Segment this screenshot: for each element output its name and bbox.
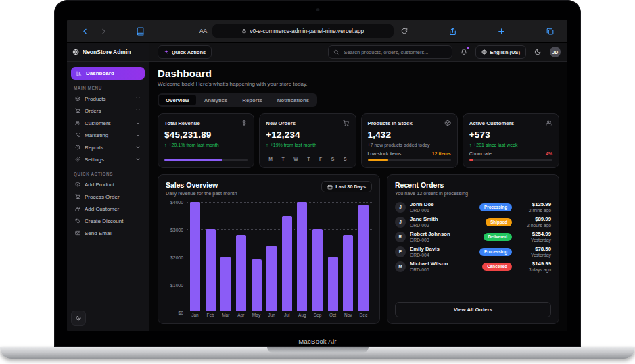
tab-reports[interactable]: Reports bbox=[235, 95, 268, 105]
sidebar-item-products[interactable]: Products bbox=[71, 93, 145, 105]
chart-bar[interactable] bbox=[252, 259, 262, 311]
tab-overview-button[interactable] bbox=[543, 24, 557, 38]
meta-value: 4% bbox=[546, 151, 552, 156]
chart-bar[interactable] bbox=[236, 235, 246, 311]
order-id: ORD-005 bbox=[410, 267, 478, 272]
stat-card-total-revenue[interactable]: Total Revenue $45,231.89 ↑+20.1% from la… bbox=[158, 113, 254, 168]
order-status-pill: Shipped bbox=[486, 218, 512, 226]
sidebar-item-label: Add Customer bbox=[85, 206, 141, 212]
sidebar-action-add-product[interactable]: Add Product bbox=[71, 178, 145, 190]
view-all-orders-button[interactable]: View All Orders bbox=[395, 302, 551, 317]
order-time: Yesterday bbox=[516, 253, 551, 257]
chart-bar[interactable] bbox=[312, 229, 323, 311]
progress-fill bbox=[469, 159, 473, 161]
reader-text-size-button[interactable]: AA bbox=[199, 28, 207, 34]
reload-button[interactable] bbox=[398, 24, 411, 38]
tab-analytics[interactable]: Analytics bbox=[197, 95, 235, 105]
y-tick: $3000 bbox=[170, 228, 183, 232]
date-range-button[interactable]: Last 30 Days bbox=[321, 181, 372, 192]
sidebar-item-label: Add Product bbox=[85, 182, 141, 188]
chart-bar[interactable] bbox=[343, 235, 353, 311]
chart-bar[interactable] bbox=[328, 257, 338, 311]
admin-app: NeonStore Admin Quick Actions bbox=[67, 43, 567, 331]
sidebar-item-settings[interactable]: Settings bbox=[71, 153, 145, 165]
global-search bbox=[328, 45, 452, 59]
stat-card-products-in-stock[interactable]: Products In Stock 1,432 +7 new products … bbox=[361, 113, 458, 168]
page-subtitle: Welcome back! Here's what's happening wi… bbox=[158, 81, 559, 87]
users-icon bbox=[546, 120, 552, 126]
sidebar-action-add-customer[interactable]: Add Customer bbox=[71, 203, 145, 215]
stat-title: Active Customers bbox=[469, 120, 514, 126]
chart-bar[interactable] bbox=[358, 205, 369, 311]
sidebar-item-reports[interactable]: Reports bbox=[71, 141, 145, 153]
back-button[interactable] bbox=[78, 24, 91, 38]
tab-notifications[interactable]: Notifications bbox=[271, 95, 316, 105]
laptop-base bbox=[0, 347, 635, 359]
tab-overview[interactable]: Overview bbox=[159, 95, 196, 105]
stat-change: +19% from last month bbox=[271, 142, 316, 147]
weekday-label: T bbox=[282, 157, 285, 161]
orders-subtitle: You have 12 orders in processing bbox=[395, 190, 551, 197]
order-customer-name: Robert Johnson bbox=[410, 231, 479, 237]
sidebar-item-dashboard[interactable]: Dashboard bbox=[71, 67, 145, 80]
sales-overview-card: Sales Overview Daily revenue for the pas… bbox=[158, 174, 380, 324]
share-button[interactable] bbox=[446, 24, 460, 38]
avatar: J bbox=[395, 217, 406, 228]
safari-toolbar: AA v0-e-commerce-admin-panel-nine.vercel… bbox=[67, 20, 567, 43]
order-row[interactable]: J Jane Smith ORD-002 Shipped $89.99 bbox=[395, 216, 551, 228]
notifications-button[interactable] bbox=[457, 46, 471, 58]
sidebar-item-label: Send Email bbox=[85, 230, 141, 236]
chevron-left-icon bbox=[80, 27, 89, 36]
stat-card-new-orders[interactable]: New Orders +12,234 ↑+19% from last month… bbox=[259, 113, 356, 168]
sidebar-action-process-order[interactable]: Process Order bbox=[71, 190, 145, 203]
globe-icon bbox=[481, 49, 487, 55]
chevron-down-icon bbox=[135, 145, 141, 150]
chart-bar[interactable] bbox=[190, 202, 200, 311]
chart-x-label: Mar bbox=[220, 313, 231, 317]
sidebar-action-create-discount[interactable]: Create Discount bbox=[71, 215, 145, 227]
sidebar-button[interactable] bbox=[133, 24, 147, 38]
reload-icon bbox=[401, 28, 408, 34]
order-row[interactable]: M Michael Wilson ORD-005 Cancelled $149.… bbox=[395, 261, 551, 272]
chart-x-label: Dec bbox=[358, 313, 369, 317]
chart-x-label: Apr bbox=[236, 313, 246, 317]
macbook-stage: AA v0-e-commerce-admin-panel-nine.vercel… bbox=[0, 0, 635, 364]
chart-bar[interactable] bbox=[297, 202, 307, 311]
sidebar-theme-toggle[interactable] bbox=[71, 311, 86, 326]
y-tick: $4000 bbox=[170, 200, 183, 205]
brand[interactable]: NeonStore Admin bbox=[67, 43, 149, 61]
chart-bar[interactable] bbox=[206, 229, 216, 311]
order-row[interactable]: J John Doe ORD-001 Processing $125.99 bbox=[395, 201, 551, 213]
chart-bar[interactable] bbox=[282, 216, 292, 311]
quick-actions-button[interactable]: Quick Actions bbox=[158, 45, 212, 59]
main-menu-section-label: MAIN MENU bbox=[74, 86, 142, 90]
sidebar-item-orders[interactable]: Orders bbox=[71, 105, 145, 117]
chart-x-label: May bbox=[252, 313, 262, 317]
theme-toggle-button[interactable] bbox=[531, 46, 544, 58]
order-list: J John Doe ORD-001 Processing $125.99 bbox=[395, 201, 551, 297]
avatar: M bbox=[395, 261, 406, 272]
chart-bar[interactable] bbox=[220, 257, 231, 311]
sidebar-action-send-email[interactable]: Send Email bbox=[71, 227, 145, 239]
stat-card-active-customers[interactable]: Active Customers +573 ↑+201 since last w… bbox=[463, 113, 559, 168]
order-row[interactable]: R Robert Johnson ORD-003 Delivered $254.… bbox=[395, 231, 551, 242]
stat-value: $45,231.89 bbox=[164, 130, 248, 140]
sidebar-item-customers[interactable]: Customers bbox=[71, 117, 145, 129]
box-icon bbox=[444, 120, 451, 126]
meta-label: Churn rate bbox=[469, 151, 492, 156]
stat-value: +573 bbox=[469, 130, 552, 140]
order-row[interactable]: E Emily Davis ORD-004 Processing $78.50 bbox=[395, 246, 551, 257]
forward-button[interactable] bbox=[97, 24, 110, 38]
order-status-pill: Processing bbox=[479, 248, 512, 256]
sidebar-item-marketing[interactable]: Marketing bbox=[71, 129, 145, 141]
search-input[interactable] bbox=[342, 49, 447, 56]
new-tab-button[interactable] bbox=[494, 24, 508, 38]
sidebar-item-label: Dashboard bbox=[86, 70, 114, 76]
language-button[interactable]: English (US) bbox=[475, 45, 526, 59]
chevron-down-icon bbox=[135, 108, 141, 113]
sidebar-item-label: Orders bbox=[85, 108, 131, 114]
weekday-label: W bbox=[293, 157, 298, 161]
chart-bar[interactable] bbox=[266, 246, 277, 311]
user-avatar[interactable]: JD bbox=[550, 47, 561, 57]
address-bar[interactable]: v0-e-commerce-admin-panel-nine.vercel.ap… bbox=[212, 24, 394, 38]
